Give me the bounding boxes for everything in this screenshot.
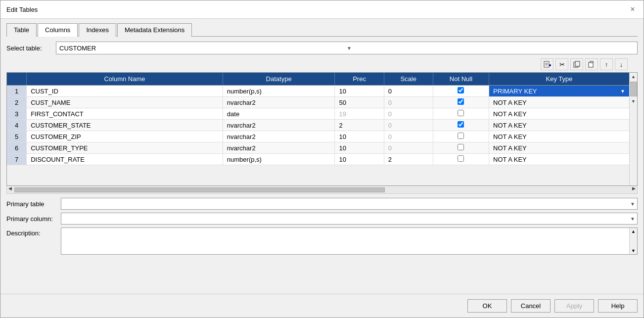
table-row[interactable]: 4CUSTOMER_STATEnvarchar220 NOT A KEY bbox=[7, 120, 629, 131]
desc-scroll-up[interactable]: ▲ bbox=[631, 229, 636, 234]
select-table-dropdown[interactable]: CUSTOMER ▼ bbox=[56, 42, 638, 54]
move-down-button[interactable]: ↓ bbox=[615, 58, 628, 70]
cut-button[interactable]: ✂ bbox=[555, 58, 568, 70]
move-up-button[interactable]: ↑ bbox=[600, 58, 613, 70]
table-row[interactable]: 2CUST_NAMEnvarchar2500 NOT A KEY bbox=[7, 97, 629, 108]
datatype-header: Datatype bbox=[223, 73, 335, 86]
new-row-button[interactable] bbox=[541, 58, 553, 70]
not-null-checkbox[interactable] bbox=[458, 98, 464, 105]
not-null-cell[interactable] bbox=[433, 154, 489, 165]
key-type-cell[interactable]: PRIMARY KEY ▼ bbox=[489, 86, 629, 97]
scale-cell: 0 bbox=[384, 131, 433, 142]
key-type-value: PRIMARY KEY bbox=[493, 88, 537, 95]
scroll-up-arrow[interactable]: ▲ bbox=[630, 73, 637, 81]
apply-button[interactable]: Apply bbox=[554, 299, 594, 313]
key-type-cell[interactable]: NOT A KEY bbox=[489, 97, 629, 108]
key-type-value: NOT A KEY bbox=[493, 99, 527, 106]
scale-cell: 0 bbox=[384, 142, 433, 154]
svg-rect-0 bbox=[544, 61, 549, 67]
desc-scroll-down[interactable]: ▼ bbox=[631, 248, 636, 253]
title-bar: Edit Tables × bbox=[0, 0, 644, 19]
datatype-cell: number(p,s) bbox=[223, 154, 335, 165]
primary-column-dropdown[interactable]: ▼ bbox=[61, 213, 638, 225]
not-null-cell[interactable] bbox=[433, 108, 489, 120]
not-null-cell[interactable] bbox=[433, 120, 489, 131]
datatype-cell: nvarchar2 bbox=[223, 142, 335, 154]
table-row[interactable]: 6CUSTOMER_TYPEnvarchar2100 NOT A KEY bbox=[7, 142, 629, 154]
primary-table-arrow: ▼ bbox=[630, 201, 635, 207]
dialog-title: Edit Tables bbox=[6, 6, 38, 13]
table-row[interactable]: 7DISCOUNT_RATEnumber(p,s)102 NOT A KEY bbox=[7, 154, 629, 165]
description-input[interactable] bbox=[61, 228, 629, 254]
tab-table[interactable]: Table bbox=[6, 23, 37, 37]
not-null-cell[interactable] bbox=[433, 142, 489, 154]
key-type-cell[interactable]: NOT A KEY bbox=[489, 108, 629, 120]
ok-button[interactable]: OK bbox=[467, 299, 507, 313]
scroll-down-arrow[interactable]: ▼ bbox=[630, 97, 637, 105]
key-type-value: NOT A KEY bbox=[493, 122, 527, 129]
svg-rect-6 bbox=[575, 61, 580, 66]
paste-button[interactable] bbox=[585, 58, 598, 70]
not-null-checkbox[interactable] bbox=[458, 144, 464, 150]
select-table-label: Select table: bbox=[6, 45, 56, 52]
row-num-header bbox=[7, 73, 27, 86]
edit-tables-dialog: Edit Tables × Table Columns Indexes Meta… bbox=[0, 0, 644, 318]
primary-table-row: Primary table ▼ bbox=[6, 198, 638, 210]
key-type-cell[interactable]: NOT A KEY bbox=[489, 120, 629, 131]
not-null-checkbox[interactable] bbox=[458, 87, 464, 93]
row-number-cell: 5 bbox=[7, 131, 27, 142]
scroll-thumb[interactable] bbox=[630, 82, 637, 96]
row-number-cell: 4 bbox=[7, 120, 27, 131]
primary-table-dropdown[interactable]: ▼ bbox=[61, 198, 638, 210]
not-null-cell[interactable] bbox=[433, 131, 489, 142]
key-type-value: NOT A KEY bbox=[493, 144, 527, 152]
not-null-checkbox[interactable] bbox=[458, 110, 464, 116]
row-number-cell: 7 bbox=[7, 154, 27, 165]
datatype-cell: nvarchar2 bbox=[223, 120, 335, 131]
tab-indexes[interactable]: Indexes bbox=[79, 23, 116, 37]
key-type-cell[interactable]: NOT A KEY bbox=[489, 131, 629, 142]
horizontal-scrollbar[interactable]: ◀ ▶ bbox=[6, 186, 638, 194]
not-null-cell[interactable] bbox=[433, 86, 489, 97]
scroll-left-arrow[interactable]: ◀ bbox=[7, 186, 13, 193]
prec-header: Prec bbox=[335, 73, 384, 86]
key-type-dropdown-arrow[interactable]: ▼ bbox=[620, 89, 625, 94]
datatype-cell: nvarchar2 bbox=[223, 131, 335, 142]
key-type-cell[interactable]: NOT A KEY bbox=[489, 142, 629, 154]
table-row[interactable]: 3FIRST_CONTACTdate190 NOT A KEY bbox=[7, 108, 629, 120]
description-scrollbar: ▲ ▼ bbox=[629, 228, 637, 254]
cancel-button[interactable]: Cancel bbox=[511, 299, 551, 313]
row-number-cell: 3 bbox=[7, 108, 27, 120]
table-scroll-container[interactable]: Column Name Datatype Prec Scale Not Null… bbox=[7, 73, 629, 185]
button-row: OK Cancel Apply Help bbox=[0, 294, 644, 318]
prec-cell: 2 bbox=[335, 120, 384, 131]
select-table-row: Select table: CUSTOMER ▼ bbox=[6, 42, 638, 54]
vertical-scrollbar[interactable]: ▲ ▼ bbox=[629, 73, 637, 185]
copy-icon bbox=[573, 61, 580, 68]
col-name-cell: FIRST_CONTACT bbox=[27, 108, 223, 120]
key-type-cell[interactable]: NOT A KEY bbox=[489, 154, 629, 165]
prec-cell: 19 bbox=[335, 108, 384, 120]
new-row-icon bbox=[543, 60, 551, 68]
table-row[interactable]: 1CUST_IDnumber(p,s)100 PRIMARY KEY ▼ bbox=[7, 86, 629, 97]
scale-cell: 0 bbox=[384, 97, 433, 108]
description-label: Description: bbox=[6, 227, 61, 237]
table-row[interactable]: 5CUSTOMER_ZIPnvarchar2100 NOT A KEY bbox=[7, 131, 629, 142]
close-button[interactable]: × bbox=[628, 4, 638, 14]
tab-metadata[interactable]: Metadata Extensions bbox=[117, 23, 192, 37]
datatype-cell: nvarchar2 bbox=[223, 97, 335, 108]
prec-cell: 50 bbox=[335, 97, 384, 108]
copy-button[interactable] bbox=[570, 58, 583, 70]
not-null-checkbox[interactable] bbox=[458, 133, 464, 139]
help-button[interactable]: Help bbox=[598, 299, 638, 313]
not-null-cell[interactable] bbox=[433, 97, 489, 108]
scroll-right-arrow[interactable]: ▶ bbox=[631, 186, 637, 193]
not-null-checkbox[interactable] bbox=[458, 121, 464, 128]
scale-cell: 0 bbox=[384, 86, 433, 97]
tab-columns[interactable]: Columns bbox=[38, 23, 78, 37]
not-null-checkbox[interactable] bbox=[458, 155, 464, 162]
prec-cell: 10 bbox=[335, 86, 384, 97]
horiz-scroll-thumb bbox=[14, 187, 385, 192]
svg-rect-8 bbox=[590, 61, 593, 63]
datatype-cell: date bbox=[223, 108, 335, 120]
